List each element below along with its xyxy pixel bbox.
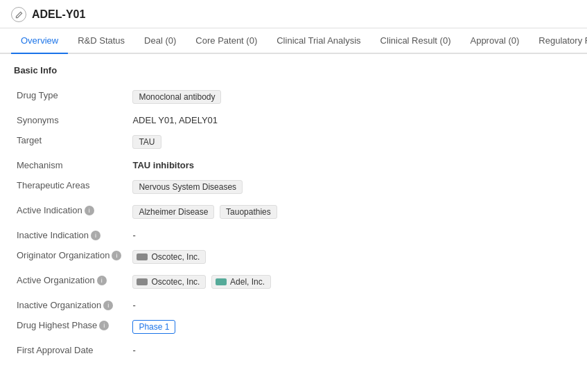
oscotec-active-logo	[137, 278, 148, 285]
adel-logo	[216, 278, 227, 285]
tag-nervous-system[interactable]: Nervous System Diseases	[132, 180, 243, 194]
org-tag-adel[interactable]: Adel, Inc.	[211, 275, 271, 289]
label-inactive-indication: Inactive Indication i	[14, 225, 130, 245]
tab-clinical-trial[interactable]: Clinical Trial Analysis	[267, 28, 370, 54]
tab-regulatory-review[interactable]: Regulatory Review (0)	[529, 28, 587, 54]
row-first-approval-date: First Approval Date -	[14, 340, 573, 360]
label-mechanism: Mechanism	[14, 155, 130, 175]
section-basic-info: Basic Info	[14, 65, 573, 75]
row-inactive-org: Inactive Organization i -	[14, 295, 573, 315]
value-originator-org: Oscotec, Inc.	[130, 245, 573, 270]
row-originator-org: Originator Organization i Oscotec, Inc.	[14, 245, 573, 270]
oscotec-logo	[137, 253, 148, 260]
value-inactive-indication: -	[130, 225, 573, 245]
edit-icon[interactable]	[11, 7, 26, 22]
label-active-org: Active Organization i	[14, 270, 130, 295]
active-indication-info-icon[interactable]: i	[85, 206, 94, 215]
drug-title: ADEL-Y01	[32, 8, 85, 21]
nav-tabs: Overview R&D Status Deal (0) Core Patent…	[0, 28, 587, 54]
tag-alzheimer[interactable]: Alzheimer Disease	[132, 205, 214, 219]
value-drug-type: Monoclonal antibody	[130, 85, 573, 110]
value-drug-highest-phase: Phase 1	[130, 315, 573, 340]
value-active-indication: Alzheimer Disease Tauopathies	[130, 200, 573, 225]
label-drug-highest-phase: Drug Highest Phase i	[14, 315, 130, 340]
tag-phase-1[interactable]: Phase 1	[132, 320, 175, 334]
tab-clinical-result[interactable]: Clinical Result (0)	[371, 28, 461, 54]
row-drug-highest-phase: Drug Highest Phase i Phase 1	[14, 315, 573, 340]
value-active-org: Oscotec, Inc. Adel, Inc.	[130, 270, 573, 295]
tag-tau[interactable]: TAU	[132, 135, 161, 149]
row-drug-type: Drug Type Monoclonal antibody	[14, 85, 573, 110]
inactive-org-info-icon[interactable]: i	[103, 301, 113, 310]
main-content: Basic Info Drug Type Monoclonal antibody…	[0, 54, 587, 371]
org-tag-oscotec-originator[interactable]: Oscotec, Inc.	[132, 250, 206, 264]
value-first-approval-date: -	[130, 340, 573, 360]
tab-core-patent[interactable]: Core Patent (0)	[186, 28, 267, 54]
page-header: ADEL-Y01	[0, 0, 587, 28]
value-target: TAU	[130, 130, 573, 155]
tab-rd-status[interactable]: R&D Status	[68, 28, 134, 54]
originator-org-info-icon[interactable]: i	[112, 251, 121, 260]
label-active-indication: Active Indication i	[14, 200, 130, 225]
label-drug-type: Drug Type	[14, 85, 130, 110]
label-originator-org: Originator Organization i	[14, 245, 130, 270]
row-active-indication: Active Indication i Alzheimer Disease Ta…	[14, 200, 573, 225]
row-mechanism: Mechanism TAU inhibitors	[14, 155, 573, 175]
label-inactive-org: Inactive Organization i	[14, 295, 130, 315]
value-mechanism: TAU inhibitors	[130, 155, 573, 175]
row-active-org: Active Organization i Oscotec, Inc. Adel…	[14, 270, 573, 295]
drug-highest-phase-info-icon[interactable]: i	[99, 321, 109, 330]
org-tag-oscotec-active[interactable]: Oscotec, Inc.	[132, 275, 206, 289]
value-synonyms: ADEL Y01, ADELY01	[130, 110, 573, 130]
tag-tauopathies[interactable]: Tauopathies	[220, 205, 277, 219]
row-synonyms: Synonyms ADEL Y01, ADELY01	[14, 110, 573, 130]
value-therapeutic-areas: Nervous System Diseases	[130, 175, 573, 200]
row-target: Target TAU	[14, 130, 573, 155]
tab-overview[interactable]: Overview	[11, 28, 68, 54]
label-synonyms: Synonyms	[14, 110, 130, 130]
tab-approval[interactable]: Approval (0)	[460, 28, 529, 54]
tab-deal[interactable]: Deal (0)	[134, 28, 186, 54]
info-table: Drug Type Monoclonal antibody Synonyms A…	[14, 85, 573, 360]
label-target: Target	[14, 130, 130, 155]
tag-monoclonal-antibody[interactable]: Monoclonal antibody	[132, 90, 221, 104]
row-therapeutic-areas: Therapeutic Areas Nervous System Disease…	[14, 175, 573, 200]
active-org-info-icon[interactable]: i	[97, 276, 107, 285]
label-therapeutic-areas: Therapeutic Areas	[14, 175, 130, 200]
value-inactive-org: -	[130, 295, 573, 315]
label-first-approval-date: First Approval Date	[14, 340, 130, 360]
inactive-indication-info-icon[interactable]: i	[91, 231, 100, 240]
row-inactive-indication: Inactive Indication i -	[14, 225, 573, 245]
